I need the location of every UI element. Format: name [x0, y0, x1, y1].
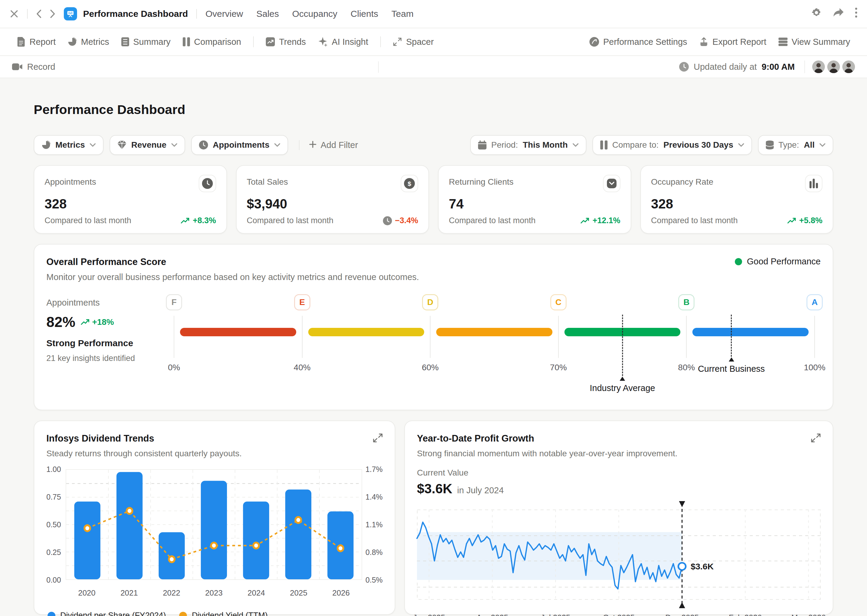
chevron-down-icon — [820, 143, 826, 147]
expand-icon — [393, 37, 402, 46]
forward-icon[interactable] — [50, 9, 55, 18]
mail-icon — [603, 175, 620, 192]
spacer-button[interactable]: Spacer — [388, 33, 438, 50]
filter-pill-metrics[interactable]: Metrics — [34, 135, 104, 155]
legend-item: Dividend per Share (FY2024) — [47, 611, 166, 616]
chart-title: Year-to-Date Profit Growth — [417, 433, 677, 444]
compare-to-select[interactable]: Compare to: Previous 30 Days — [593, 135, 752, 155]
divider — [380, 36, 381, 47]
avatar[interactable] — [842, 60, 855, 73]
filter-pill-appointments[interactable]: Appointments — [191, 135, 288, 155]
nav-sales[interactable]: Sales — [256, 9, 279, 19]
chart-subtitle: Strong financial momentum with notable y… — [417, 449, 677, 458]
profit-chart-plot: $3.6K — [417, 509, 821, 600]
performance-settings-button[interactable]: Performance Settings — [585, 33, 692, 50]
filter-row: Metrics Revenue Appointments Add Filter … — [34, 135, 833, 155]
upload-icon — [699, 37, 708, 47]
compare-bars-icon — [183, 37, 190, 46]
back-icon[interactable] — [36, 9, 41, 18]
trending-up-icon — [81, 319, 90, 325]
svg-text:$: $ — [408, 180, 411, 187]
kpi-change: +8.3% — [181, 216, 216, 225]
rows-icon — [121, 37, 129, 46]
comparison-button[interactable]: Comparison — [178, 33, 246, 50]
sparkles-icon — [318, 37, 328, 47]
avatar[interactable] — [812, 60, 825, 73]
updated-status: Updated daily at 9:00 AM — [679, 62, 795, 72]
toolbar: Report Metrics Summary Comparison Trends — [0, 28, 867, 56]
dividend-chart-plot — [66, 469, 362, 580]
kpi-change: +5.8% — [787, 216, 823, 225]
chart-subtitle: Steady returns through consistent quarte… — [46, 449, 242, 458]
expand-icon[interactable] — [373, 433, 383, 445]
summary-button[interactable]: Summary — [117, 33, 175, 50]
current-business-marker: Current Business — [698, 314, 765, 374]
record-label[interactable]: Record — [27, 62, 55, 72]
kpi-change: +12.1% — [580, 216, 620, 225]
y-axis-right: 1.7% 1.4% 1.1% 0.8% 0.5% — [362, 469, 383, 580]
clock-icon — [679, 62, 689, 72]
type-select[interactable]: Type: All — [758, 135, 833, 155]
score-title: Overall Performance Score — [46, 256, 419, 267]
chevron-down-icon — [274, 143, 280, 147]
nav-overview[interactable]: Overview — [205, 9, 243, 19]
score-subtitle: Monitor your overall business performanc… — [46, 272, 419, 282]
legend-item: Dividend Yield (TTM) — [179, 611, 268, 616]
chevron-down-icon — [572, 143, 579, 147]
score-status: Strong Performance — [46, 338, 174, 348]
chevron-down-icon — [738, 143, 744, 147]
export-report-button[interactable]: Export Report — [695, 33, 771, 50]
score-metric-label: Appointments — [46, 298, 174, 308]
avatar-group — [804, 60, 855, 73]
current-value-period: in July 2024 — [457, 486, 504, 495]
performance-scale: F E D C B A 0% 40% 60% 70% 80% 10 — [174, 294, 815, 400]
kpi-change: −3.4% — [383, 216, 418, 225]
green-dot-icon — [735, 258, 742, 265]
score-insights: 21 key insights identified — [46, 354, 174, 363]
share-icon[interactable] — [833, 8, 844, 20]
plus-icon — [309, 140, 317, 150]
nav-team[interactable]: Team — [391, 9, 413, 19]
divider — [378, 61, 379, 73]
grade-badge-d: D — [422, 294, 438, 310]
avatar[interactable] — [827, 60, 840, 73]
expand-icon[interactable] — [811, 433, 821, 445]
trends-button[interactable]: Trends — [261, 33, 311, 50]
view-summary-button[interactable]: View Summary — [774, 33, 855, 50]
blue-dot-icon — [47, 612, 55, 616]
metrics-button[interactable]: Metrics — [63, 33, 114, 50]
chart-legend: Dividend per Share (FY2024) Dividend Yie… — [47, 611, 383, 616]
filter-pill-revenue[interactable]: Revenue — [110, 135, 185, 155]
x-axis-labels: 2020 2021 2022 2023 2024 2025 2026 — [66, 588, 362, 598]
ai-insight-button[interactable]: AI Insight — [313, 33, 373, 50]
record-bar: Record Updated daily at 9:00 AM — [0, 56, 867, 78]
add-filter-button[interactable]: Add Filter — [299, 140, 358, 150]
score-value: 82% — [46, 314, 75, 330]
top-nav: Overview Sales Occupancy Clients Team — [205, 9, 413, 19]
gear-icon[interactable] — [811, 7, 822, 20]
scale-segment — [308, 328, 424, 336]
database-icon — [766, 140, 774, 149]
stack-icon — [779, 38, 788, 46]
kebab-menu-icon[interactable] — [855, 8, 858, 20]
kpi-card-total-sales: Total Sales $ $3,940 Compared to last mo… — [236, 165, 429, 234]
current-value: $3.6K — [417, 481, 452, 496]
calendar-icon — [478, 140, 487, 149]
report-button[interactable]: Report — [12, 33, 60, 50]
camera-icon — [12, 63, 22, 71]
chart-title: Infosys Dividend Trends — [46, 433, 242, 444]
bar-chart-icon — [805, 175, 823, 192]
industry-average-marker: Industry Average — [590, 314, 655, 393]
nav-occupancy[interactable]: Occupancy — [292, 9, 337, 19]
trending-up-icon — [181, 218, 190, 224]
window-title: Performance Dashboard — [83, 9, 188, 19]
divider — [196, 9, 197, 19]
close-icon[interactable] — [9, 9, 19, 18]
trending-up-icon — [580, 218, 590, 224]
grade-badge-c: C — [550, 294, 567, 310]
dollar-icon: $ — [401, 175, 418, 192]
period-select[interactable]: Period: This Month — [470, 135, 586, 155]
svg-text:$3.6K: $3.6K — [690, 561, 714, 571]
nav-clients[interactable]: Clients — [351, 9, 378, 19]
y-axis-left: 1.00 0.75 0.50 0.25 0.00 — [46, 469, 66, 580]
